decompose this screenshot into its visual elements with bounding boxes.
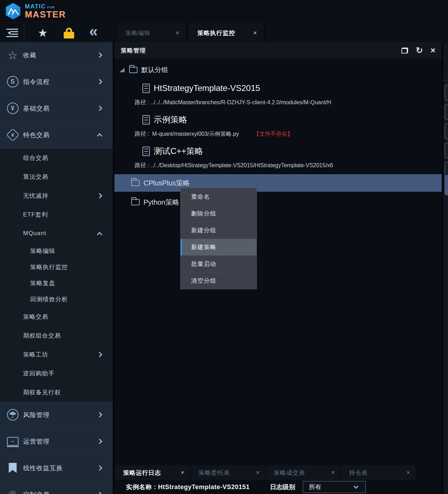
file-icon: [142, 147, 150, 156]
tree-group-default[interactable]: 默认分组: [114, 63, 442, 77]
sidebar-item-strategy-trading[interactable]: 策略交易: [0, 307, 113, 326]
menu-item-new-group[interactable]: 新建分组: [181, 222, 257, 239]
sidebar-item-strategy-replay[interactable]: 策略复盘: [0, 275, 113, 291]
sidebar-item-custom-trading[interactable]: ♕ 定制交易: [0, 481, 113, 494]
menu-item-clear-group[interactable]: 清空分组: [181, 272, 257, 289]
restore-window-icon[interactable]: [401, 48, 408, 54]
close-icon[interactable]: ×: [175, 29, 186, 37]
tab-run-log[interactable]: 策略运行日志 ×: [115, 465, 190, 480]
sidebar-item-reverse-repo[interactable]: 逆回购助手: [0, 364, 113, 383]
sidebar-item-backtest-analysis[interactable]: 回测绩效分析: [0, 291, 113, 307]
strategy-path: 路径 : ../../Desktop/HtStrategyTemplate-VS…: [135, 160, 442, 171]
sidebar-item-label: 运营管理: [23, 437, 50, 446]
sidebar-item-mquant[interactable]: MQuant: [0, 224, 113, 243]
menu-item-new-strategy[interactable]: 新建策略: [181, 239, 257, 255]
sidebar-item-label: 收藏: [23, 51, 36, 59]
sidebar-item-covered-exercise[interactable]: 期权备兑行权: [0, 383, 113, 402]
sidebar-item-strategy-workshop[interactable]: 策略工坊: [0, 345, 113, 364]
chevron-right-icon: [97, 492, 103, 494]
app-header: MATICFOR MASTER: [0, 0, 448, 23]
panel-header: 策略管理 ↻ ×: [114, 42, 442, 59]
sidebar-item-label: 风险管理: [23, 411, 50, 419]
collapse-sidebar-button[interactable]: [0, 24, 24, 42]
tree-folder-python[interactable]: Python策略: [114, 193, 442, 211]
sidebar-item-etf-arbitrage[interactable]: ETF套利: [0, 205, 113, 224]
app-logo-icon: [5, 3, 21, 20]
log-level-select[interactable]: 所有: [303, 481, 366, 493]
chevron-right-icon: [97, 106, 103, 111]
mountains-icon: [8, 7, 19, 16]
sidebar-item-strategy-monitor[interactable]: 策略执行监控: [0, 259, 113, 275]
folder-name: CPlusPlus策略: [144, 178, 190, 188]
sidebar-submenu: 组合交易 算法交易 无忧减持 ETF套利 MQuant 策略编辑 策略执行监控 …: [0, 148, 113, 402]
sidebar-item-basic-trading[interactable]: ¥ 基础交易: [0, 95, 113, 122]
sidebar-item-risk-management[interactable]: ☂ 风险管理: [0, 402, 113, 428]
yen-circle-icon: ¥: [7, 103, 19, 114]
clipped-selected-row: [444, 175, 448, 195]
close-icon[interactable]: ×: [181, 470, 190, 476]
favorites-button[interactable]: ★: [33, 24, 52, 42]
sidebar-item-label: 特色交易: [23, 131, 50, 139]
menu-item-delete-group[interactable]: 删除分组: [181, 205, 257, 222]
file-missing-badge: 【文件不存在】: [254, 130, 293, 138]
close-icon[interactable]: ×: [407, 470, 415, 476]
sidebar-item-favorites[interactable]: ☆ 收藏: [0, 42, 113, 69]
chevron-right-icon: [97, 79, 103, 85]
strategy-name: HtStrategyTemplate-VS2015: [154, 83, 260, 93]
close-icon[interactable]: ×: [253, 29, 264, 37]
tab-strategy-monitor[interactable]: 策略执行监控 ×: [188, 24, 265, 42]
tree-folder-cplusplus-selected[interactable]: CPlusPlus策略: [114, 174, 442, 192]
star-icon: ★: [38, 26, 48, 40]
close-icon[interactable]: ×: [430, 46, 435, 55]
collapse-menu-icon: [6, 29, 18, 37]
brand-matic: MATIC: [25, 3, 46, 10]
clipped-button: [444, 85, 448, 101]
chevron-up-icon: [97, 133, 103, 139]
sidebar-item-instruction-flow[interactable]: S 指令流程: [0, 69, 113, 95]
chevron-right-icon: [97, 412, 103, 418]
tab-strategy-edit[interactable]: 策略编辑 ×: [115, 24, 187, 42]
chevron-right-icon: [97, 352, 103, 357]
sidebar-item-algo-trading[interactable]: 算法交易: [0, 167, 113, 186]
tab-position-table[interactable]: 持仓表 ×: [341, 465, 415, 480]
refresh-icon[interactable]: ↻: [416, 46, 423, 55]
bottom-tab-bar: 策略运行日志 × 策略委托表 × 策略成交表 × 持仓表 ×: [114, 465, 442, 480]
expand-triangle-icon[interactable]: [119, 68, 125, 72]
sidebar-item-linear-swap[interactable]: 线性收益互换: [0, 455, 113, 481]
monitor-chart-icon: ~: [7, 437, 19, 446]
close-icon[interactable]: ×: [331, 470, 340, 476]
sidebar-item-options-portfolio[interactable]: 期权组合交易: [0, 326, 113, 345]
sidebar-item-operations[interactable]: ~ 运营管理: [0, 428, 113, 455]
sidebar-item-label: 线性收益互换: [23, 464, 63, 472]
tree-item-strategy[interactable]: 示例策略: [142, 111, 442, 128]
tree-item-strategy[interactable]: HtStrategyTemplate-VS2015: [142, 80, 442, 97]
strategy-name: 示例策略: [154, 114, 187, 125]
sidebar-item-portfolio-trading[interactable]: 组合交易: [0, 148, 113, 167]
strategy-tree: 默认分组 HtStrategyTemplate-VS2015 路径 : ../.…: [114, 59, 442, 211]
tree-item-strategy[interactable]: 测试C++策略: [142, 143, 442, 160]
crown-icon: ♕: [8, 489, 18, 494]
risk-circle-icon: ☂: [7, 409, 19, 421]
folder-icon: [131, 180, 140, 186]
lock-screen-button[interactable]: [59, 24, 79, 42]
tab-order-table[interactable]: 策略委托表 ×: [191, 465, 265, 480]
sidebar-item-worryfree-reduction[interactable]: 无忧减持: [0, 186, 113, 205]
undo-all-button[interactable]: «: [84, 24, 103, 42]
close-icon[interactable]: ×: [256, 470, 265, 476]
clipped-button: [444, 104, 448, 120]
sidebar-item-featured-trading[interactable]: ¥ 特色交易: [0, 122, 113, 148]
sidebar-item-strategy-edit[interactable]: 策略编辑: [0, 243, 113, 259]
brand-text: MATICFOR MASTER: [25, 3, 66, 19]
chevron-right-icon: [97, 193, 103, 198]
menu-item-rename[interactable]: 重命名: [181, 188, 257, 205]
clipped-button: [444, 142, 448, 158]
tab-label: 策略编辑: [116, 29, 150, 37]
chevron-down-icon: [354, 484, 358, 489]
clipped-button: [444, 123, 448, 139]
folder-icon: [129, 67, 138, 73]
double-back-arrow-icon: «: [89, 22, 98, 40]
menu-item-batch-start[interactable]: 批量启动: [181, 255, 257, 272]
sidebar-item-label: 定制交易: [23, 491, 50, 494]
tab-trade-table[interactable]: 策略成交表 ×: [266, 465, 340, 480]
log-level-label: 日志级别: [270, 483, 295, 491]
